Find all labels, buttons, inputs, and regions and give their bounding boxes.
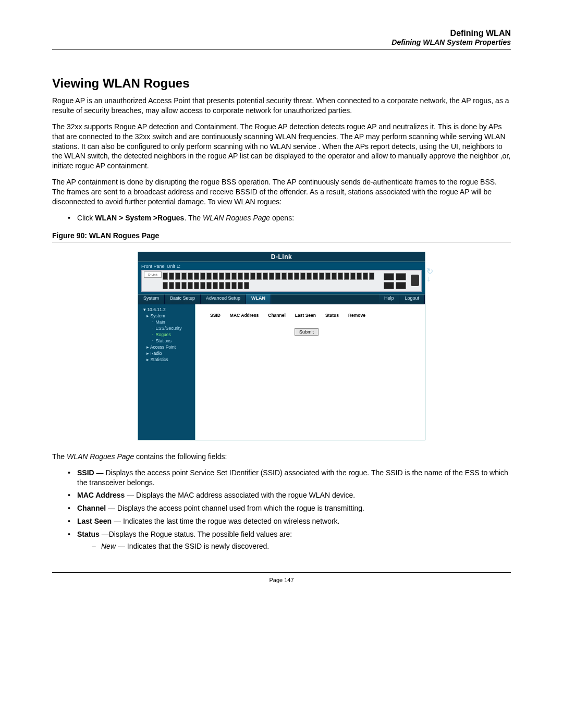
tab-wlan[interactable]: WLAN bbox=[246, 294, 271, 304]
nav-tree: ▾ 10.6.11.2 ▸ System ･ Main ･ ESS/Securi… bbox=[138, 304, 195, 440]
field-ssid: SSID — Displays the access point Service… bbox=[68, 468, 511, 488]
figure-caption: Figure 90: WLAN Rogues Page bbox=[52, 231, 511, 240]
tree-root[interactable]: ▾ 10.6.11.2 bbox=[140, 306, 193, 313]
table-header-row: SSID MAC Address Channel Last Seen Statu… bbox=[195, 304, 425, 321]
tree-system[interactable]: ▸ System bbox=[140, 313, 193, 319]
tree-stations[interactable]: ･ Stations bbox=[140, 338, 193, 344]
col-mac: MAC Address bbox=[230, 313, 259, 318]
scroll-arrows-icon: ↻↓ bbox=[426, 268, 433, 282]
field-status-new-desc: — Indicates that the SSID is newly disco… bbox=[116, 542, 269, 550]
dlink-ui: D-Link Front Panel Unit 1: D-Link ↻↓ Sys… bbox=[138, 252, 425, 440]
brand-bar: D-Link bbox=[138, 252, 425, 262]
content-pane: SSID MAC Address Channel Last Seen Statu… bbox=[195, 304, 425, 440]
field-status-new-label: New bbox=[101, 542, 116, 550]
device-logo: D-Link bbox=[144, 272, 162, 278]
section-heading: Viewing WLAN Rogues bbox=[52, 76, 511, 91]
col-channel: Channel bbox=[268, 313, 286, 318]
device-graphic: D-Link bbox=[141, 270, 422, 292]
tab-advanced-setup[interactable]: Advanced Setup bbox=[201, 294, 246, 304]
page-header: Defining WLAN Defining WLAN System Prope… bbox=[52, 29, 511, 46]
header-rule bbox=[52, 50, 511, 50]
nav-page-name: WLAN Rogues Page bbox=[203, 214, 270, 222]
tab-help[interactable]: Help bbox=[379, 294, 400, 304]
field-channel-label: Channel bbox=[77, 504, 106, 512]
tree-ess-security[interactable]: ･ ESS/Security bbox=[140, 325, 193, 331]
front-panel-label: Front Panel Unit 1: bbox=[138, 262, 425, 270]
nav-suffix: opens: bbox=[270, 214, 294, 222]
figure-screenshot: D-Link Front Panel Unit 1: D-Link ↻↓ Sys… bbox=[52, 252, 511, 440]
field-status-desc: —Displays the Rogue status. The possible… bbox=[100, 530, 292, 538]
device-aux-port bbox=[411, 275, 419, 286]
paragraph-1: Rogue AP is an unauthorized Access Point… bbox=[52, 96, 511, 116]
tree-main[interactable]: ･ Main bbox=[140, 319, 193, 325]
field-status-new: New — Indicates that the SSID is newly d… bbox=[92, 541, 511, 551]
tree-rogues[interactable]: ･ Rogues bbox=[140, 331, 193, 338]
submit-button[interactable]: Submit bbox=[295, 328, 319, 336]
field-ssid-desc: — Displays the access point Service Set … bbox=[77, 468, 508, 487]
after-figure-intro: The WLAN Rogues Page contains the follow… bbox=[52, 452, 511, 462]
field-status: Status —Displays the Rogue status. The p… bbox=[68, 529, 511, 551]
field-ssid-label: SSID bbox=[77, 468, 94, 477]
device-ports bbox=[163, 273, 380, 289]
main-tabs: System Basic Setup Advanced Setup WLAN H… bbox=[138, 294, 425, 304]
nav-middle: . The bbox=[184, 214, 203, 222]
nav-prefix: Click bbox=[77, 214, 95, 222]
col-remove: Remove bbox=[348, 313, 365, 318]
field-status-label: Status bbox=[77, 530, 100, 538]
tab-system[interactable]: System bbox=[138, 294, 165, 304]
tab-basic-setup[interactable]: Basic Setup bbox=[165, 294, 201, 304]
field-mac: MAC Address — Displays the MAC address a… bbox=[68, 490, 511, 500]
field-mac-label: MAC Address bbox=[77, 491, 125, 499]
field-last-seen: Last Seen — Indicates the last time the … bbox=[68, 516, 511, 526]
tree-statistics[interactable]: ▸ Statistics bbox=[140, 356, 193, 363]
footer-rule bbox=[52, 572, 511, 573]
paragraph-3: The AP containment is done by disrupting… bbox=[52, 177, 511, 207]
workspace: ▾ 10.6.11.2 ▸ System ･ Main ･ ESS/Securi… bbox=[138, 304, 425, 440]
field-last-seen-desc: — Indicates the last time the rogue was … bbox=[112, 517, 339, 525]
field-mac-desc: — Displays the MAC address associated wi… bbox=[125, 491, 355, 499]
header-subtitle: Defining WLAN System Properties bbox=[52, 38, 511, 46]
nav-path: WLAN > System >Rogues bbox=[95, 214, 184, 222]
paragraph-2: The 32xx supports Rogue AP detection and… bbox=[52, 122, 511, 171]
field-channel: Channel — Displays the access point chan… bbox=[68, 503, 511, 513]
nav-instruction: Click WLAN > System >Rogues. The WLAN Ro… bbox=[68, 213, 511, 223]
page-number: Page 147 bbox=[52, 577, 511, 583]
col-last-seen: Last Seen bbox=[295, 313, 316, 318]
field-last-seen-label: Last Seen bbox=[77, 517, 112, 525]
device-uplinks bbox=[384, 273, 408, 289]
field-channel-desc: — Displays the access point channel used… bbox=[106, 504, 364, 512]
tree-radio[interactable]: ▸ Radio bbox=[140, 350, 193, 356]
col-ssid: SSID bbox=[210, 313, 221, 318]
tree-access-point[interactable]: ▸ Access Point bbox=[140, 344, 193, 350]
col-status: Status bbox=[325, 313, 339, 318]
header-title: Defining WLAN bbox=[52, 29, 511, 38]
figure-rule bbox=[52, 242, 511, 242]
tab-logout[interactable]: Logout bbox=[399, 294, 425, 304]
